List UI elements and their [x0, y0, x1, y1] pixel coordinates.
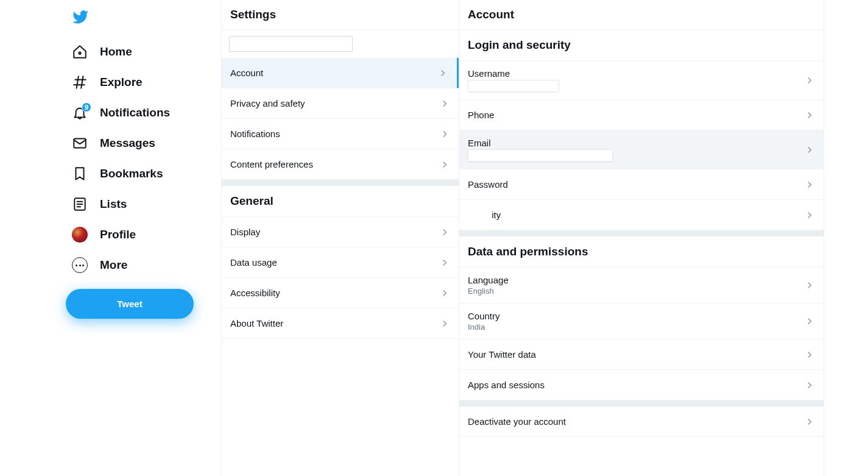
nav-label: Messages: [100, 137, 155, 150]
section-divider: [459, 400, 824, 407]
svg-line-3: [77, 76, 79, 88]
settings-header: Settings: [222, 0, 459, 30]
nav-item-profile[interactable]: Profile: [66, 219, 221, 250]
account-row-label: Password: [468, 179, 508, 190]
settings-column: Settings AccountPrivacy and safetyNotifi…: [221, 0, 459, 476]
notification-badge: 9: [82, 102, 91, 112]
settings-row-privacy-and-safety[interactable]: Privacy and safety: [222, 88, 459, 119]
account-row-language[interactable]: LanguageEnglish: [459, 268, 824, 304]
nav-label: Bookmarks: [100, 167, 163, 180]
sidebar-nav: HomeExplore9NotificationsMessagesBookmar…: [0, 0, 221, 476]
settings-row-accessibility[interactable]: Accessibility: [222, 278, 459, 308]
chevron-right-icon: [804, 349, 815, 360]
nav-item-more[interactable]: More: [66, 250, 221, 280]
settings-row-label: About Twitter: [230, 318, 283, 329]
chevron-right-icon: [439, 318, 450, 329]
settings-row-account[interactable]: Account: [222, 58, 459, 88]
account-row-country[interactable]: CountryIndia: [459, 304, 824, 339]
svg-line-4: [81, 76, 83, 88]
nav-label: Home: [100, 45, 132, 59]
chevron-right-icon: [439, 288, 450, 299]
settings-row-data-usage[interactable]: Data usage: [222, 247, 459, 278]
nav-label: More: [100, 258, 127, 272]
account-row-username[interactable]: Username: [459, 61, 824, 100]
settings-section-title: General: [222, 186, 459, 217]
list-icon: [72, 196, 88, 212]
account-row-your-twitter-data[interactable]: Your Twitter data: [459, 339, 824, 370]
settings-search-input[interactable]: [229, 36, 353, 52]
svg-point-0: [79, 52, 80, 54]
account-row-label: Apps and sessions: [468, 380, 545, 390]
chevron-right-icon: [804, 75, 815, 86]
settings-row-label: Privacy and safety: [230, 98, 305, 108]
account-row-sublabel: English: [468, 286, 509, 296]
section-divider: [222, 180, 459, 186]
settings-row-label: Accessibility: [230, 288, 280, 298]
nav-label: Explore: [100, 76, 143, 89]
tweet-button[interactable]: Tweet: [66, 289, 194, 319]
chevron-right-icon: [804, 416, 815, 427]
settings-row-label: Notifications: [230, 129, 280, 139]
account-row-label: Email: [468, 138, 613, 148]
nav-item-lists[interactable]: Lists: [66, 189, 221, 219]
account-row-label: Username: [468, 68, 559, 79]
account-row-apps-and-sessions[interactable]: Apps and sessions: [459, 370, 824, 400]
twitter-logo-icon: [72, 9, 89, 26]
settings-row-about-twitter[interactable]: About Twitter: [222, 308, 459, 339]
nav-item-explore[interactable]: Explore: [66, 67, 221, 98]
settings-row-display[interactable]: Display: [222, 217, 459, 247]
settings-row-label: Display: [230, 227, 260, 237]
account-row-phone[interactable]: Phone: [459, 100, 824, 130]
chevron-right-icon: [804, 110, 815, 121]
logo-container[interactable]: [66, 5, 221, 37]
section-divider: [459, 230, 824, 236]
nav-label: Profile: [100, 228, 136, 241]
chevron-right-icon: [804, 316, 815, 327]
chevron-right-icon: [804, 179, 815, 190]
nav-item-home[interactable]: Home: [66, 37, 221, 67]
chevron-right-icon: [804, 280, 815, 291]
account-row-security[interactable]: Security: [459, 200, 824, 230]
mail-icon: [72, 135, 88, 151]
account-row-sublabel: India: [468, 322, 500, 332]
account-row-label: Language: [468, 275, 509, 285]
settings-row-label: Content preferences: [230, 159, 313, 169]
account-row-label: Phone: [468, 110, 494, 120]
account-row-label: Deactivate your account: [468, 416, 566, 427]
nav-label: Notifications: [100, 106, 170, 119]
account-row-label: Security: [468, 210, 501, 220]
account-column: Account Login and securityUsernamePhoneE…: [459, 0, 824, 476]
more-icon: [72, 257, 88, 273]
bookmark-icon: [72, 166, 88, 182]
account-row-email[interactable]: Email: [459, 130, 824, 169]
explore-icon: [72, 74, 88, 90]
account-row-label: Your Twitter data: [468, 349, 536, 360]
chevron-right-icon: [439, 227, 450, 238]
nav-item-messages[interactable]: Messages: [66, 128, 221, 158]
account-row-deactivate-your-account[interactable]: Deactivate your account: [459, 407, 824, 437]
account-section-title: Login and security: [459, 30, 824, 61]
settings-search-row: [222, 30, 459, 58]
masked-value: [468, 80, 559, 92]
account-row-label: Country: [468, 311, 500, 321]
chevron-right-icon: [439, 257, 450, 268]
home-icon: [72, 44, 88, 60]
chevron-right-icon: [439, 98, 450, 109]
chevron-right-icon: [804, 210, 815, 221]
settings-row-content-preferences[interactable]: Content preferences: [222, 149, 459, 180]
chevron-right-icon: [804, 144, 815, 155]
chevron-right-icon: [804, 380, 815, 391]
settings-row-label: Data usage: [230, 257, 277, 268]
masked-value: [468, 149, 613, 162]
nav-item-notifications[interactable]: 9Notifications: [66, 98, 221, 128]
settings-row-label: Account: [230, 68, 263, 78]
nav-item-bookmarks[interactable]: Bookmarks: [66, 158, 221, 189]
account-row-password[interactable]: Password: [459, 169, 824, 200]
chevron-right-icon: [439, 159, 450, 170]
chevron-right-icon: [439, 129, 450, 140]
account-section-title: Data and permissions: [459, 236, 824, 268]
settings-row-notifications[interactable]: Notifications: [222, 119, 459, 149]
avatar: [72, 227, 88, 243]
account-header: Account: [459, 0, 824, 30]
nav-label: Lists: [100, 197, 127, 211]
